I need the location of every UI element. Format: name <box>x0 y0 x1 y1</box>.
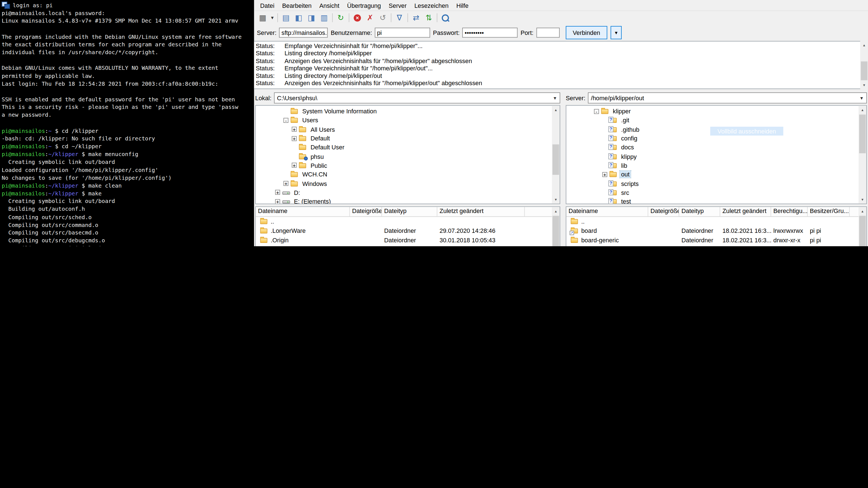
list-row-item[interactable]: .. <box>256 217 525 226</box>
tree-item-docs[interactable]: ?docs <box>566 143 866 152</box>
tree-item-test[interactable]: ?test <box>566 197 866 204</box>
toggle-queue-icon[interactable]: ▥ <box>318 12 331 24</box>
column-header-dateiname[interactable]: Dateiname <box>566 207 648 216</box>
column-header-dateityp[interactable]: Dateityp <box>679 207 720 216</box>
reconnect-icon[interactable]: ↺ <box>376 12 389 24</box>
list-row-board-generic[interactable]: board-genericDateiordner18.02.2021 16:3.… <box>566 236 850 245</box>
collapse-icon[interactable]: - <box>283 118 288 123</box>
tree-item-windows[interactable]: +Windows <box>256 179 560 188</box>
expand-icon[interactable]: + <box>292 136 297 141</box>
menu-hilfe[interactable]: Hilfe <box>453 1 472 10</box>
local-list-scrollbar[interactable]: ▲ ▼ <box>552 207 560 246</box>
password-input[interactable]: ••••••••• <box>463 28 518 38</box>
tree-item-public[interactable]: +Public <box>256 161 560 170</box>
site-manager-icon[interactable]: ▦ <box>256 12 269 24</box>
tree-item-klipper[interactable]: -klipper <box>566 107 866 116</box>
tree-item-default[interactable]: +Default <box>256 134 560 143</box>
local-path-bar: Lokal: C:\Users\phsu\ ▼ <box>255 92 560 104</box>
tree-item-wch-cn[interactable]: WCH.CN <box>256 170 560 179</box>
column-header-besitzer-gru[interactable]: Besitzer/Gru... <box>808 207 850 216</box>
collapse-icon[interactable]: - <box>594 109 599 114</box>
column-header-zuletzt-ge-ndert[interactable]: Zuletzt geändert <box>437 207 525 216</box>
menu-lesezeichen[interactable]: Lesezeichen <box>410 1 453 10</box>
expand-icon[interactable]: + <box>275 199 280 204</box>
local-tree-scrollbar[interactable]: ▲ ▼ <box>552 106 560 204</box>
connect-dropdown-button[interactable]: ▼ <box>611 26 622 39</box>
toggle-local-tree-icon[interactable]: ◧ <box>292 12 305 24</box>
scrollbar-thumb[interactable] <box>861 61 867 80</box>
tree-item-users[interactable]: -Users <box>256 116 560 125</box>
scroll-up-icon[interactable]: ▲ <box>859 207 866 215</box>
chevron-down-icon[interactable]: ▼ <box>857 93 866 103</box>
tree-item-d[interactable]: +D: <box>256 188 560 197</box>
tree-item-klippy[interactable]: ?klippy <box>566 152 866 161</box>
scroll-up-icon[interactable]: ▲ <box>552 106 560 114</box>
scroll-up-icon[interactable]: ▲ <box>860 41 868 50</box>
port-input[interactable] <box>536 28 559 38</box>
refresh-icon[interactable]: ↻ <box>334 12 347 24</box>
username-label: Benutzername: <box>331 29 372 36</box>
scrollbar-thumb[interactable] <box>859 115 866 153</box>
filter-icon[interactable]: ∇ <box>393 12 406 24</box>
expand-icon[interactable]: + <box>292 127 297 132</box>
list-row-lib[interactable]: libDateiordner18.02.2021 16:3...drwxr-xr… <box>566 245 850 246</box>
tree-item-system-volume-information[interactable]: System Volume Information <box>256 107 560 116</box>
tree-item-git[interactable]: ?.git <box>566 116 866 125</box>
scrollbar-thumb[interactable] <box>552 216 559 246</box>
log-scrollbar[interactable]: ▲ ▼ <box>860 41 868 89</box>
toggle-message-log-icon[interactable]: ▤ <box>280 12 292 24</box>
scrollbar-thumb[interactable] <box>859 216 866 246</box>
cancel-icon[interactable]: × <box>351 12 364 24</box>
scroll-down-icon[interactable]: ▼ <box>859 195 866 204</box>
column-header-berechtigu[interactable]: Berechtigu... <box>771 207 808 216</box>
directory-comparison-icon[interactable]: ⇄ <box>410 12 423 24</box>
column-header-dateiname[interactable]: Dateiname <box>256 207 350 216</box>
menu-server[interactable]: Server <box>385 1 410 10</box>
scroll-down-icon[interactable]: ▼ <box>860 81 868 89</box>
synchronized-browsing-icon[interactable]: ⇅ <box>422 12 435 24</box>
scrollbar-thumb[interactable] <box>552 144 559 175</box>
column-header-dateigr-e[interactable]: Dateigröße <box>350 207 382 216</box>
tree-item-all-users[interactable]: +All Users <box>256 125 560 134</box>
server-input[interactable]: sftp://mainsailos.lo <box>279 28 328 38</box>
toggle-remote-tree-icon[interactable]: ◨ <box>305 12 318 24</box>
connect-button[interactable]: Verbinden <box>565 26 608 39</box>
find-files-icon[interactable] <box>439 12 452 24</box>
scroll-down-icon[interactable]: ▼ <box>552 195 560 204</box>
site-manager-dropdown-icon[interactable]: ▼ <box>269 12 276 24</box>
tree-item-phsu[interactable]: phsu <box>256 152 560 161</box>
local-path-combobox[interactable]: C:\Users\phsu\ ▼ <box>274 92 560 104</box>
column-header-dateigr-e[interactable]: Dateigröße <box>648 207 679 216</box>
menu-ansicht[interactable]: Ansicht <box>316 1 343 10</box>
list-row-longerware[interactable]: .LongerWareDateiordner29.07.2020 14:28:4… <box>256 226 525 235</box>
remote-list-scrollbar[interactable]: ▲ ▼ <box>859 207 866 246</box>
expand-icon[interactable]: + <box>275 190 280 195</box>
expand-icon[interactable]: + <box>283 181 288 186</box>
chevron-down-icon[interactable]: ▼ <box>550 93 560 103</box>
username-input[interactable]: pi <box>375 28 430 38</box>
list-row-origin[interactable]: .OriginDateiordner30.01.2018 10:05:43 <box>256 236 525 245</box>
list-row-qtwebengineprocess[interactable]: .QtWebEngineProcessDateiordner30.01.2018… <box>256 245 525 246</box>
expand-icon[interactable]: + <box>602 172 608 177</box>
menu-bearbeiten[interactable]: Bearbeiten <box>278 1 315 10</box>
putty-terminal[interactable]: login as: pipi@mainsailos.local's passwo… <box>0 0 254 246</box>
column-header-dateityp[interactable]: Dateityp <box>382 207 437 216</box>
terminal-line: Compiling out/src/basecmd.o <box>2 229 254 237</box>
menu-bertragung[interactable]: Übertragung <box>343 1 385 10</box>
disconnect-icon[interactable]: ✗ <box>364 12 376 24</box>
column-header-zuletzt-ge-ndert[interactable]: Zuletzt geändert <box>720 207 771 216</box>
scroll-up-icon[interactable]: ▲ <box>552 207 560 215</box>
tree-item-e-elements[interactable]: +E: (Elements) <box>256 197 560 204</box>
list-row-item[interactable]: .. <box>566 217 850 226</box>
remote-tree-scrollbar[interactable]: ▲ ▼ <box>859 106 866 204</box>
menu-datei[interactable]: Datei <box>256 1 278 10</box>
tree-item-out[interactable]: +out <box>566 170 866 179</box>
scroll-up-icon[interactable]: ▲ <box>859 106 866 114</box>
remote-path-combobox[interactable]: /home/pi/klipper/out ▼ <box>588 92 867 104</box>
expand-icon[interactable]: + <box>292 163 297 168</box>
tree-item-default-user[interactable]: Default User <box>256 143 560 152</box>
tree-item-scripts[interactable]: ?scripts <box>566 179 866 188</box>
tree-item-lib[interactable]: ?lib <box>566 161 866 170</box>
tree-item-src[interactable]: ?src <box>566 188 866 197</box>
list-row-board[interactable]: ↗boardDateiordner18.02.2021 16:3...lrwxr… <box>566 226 850 235</box>
